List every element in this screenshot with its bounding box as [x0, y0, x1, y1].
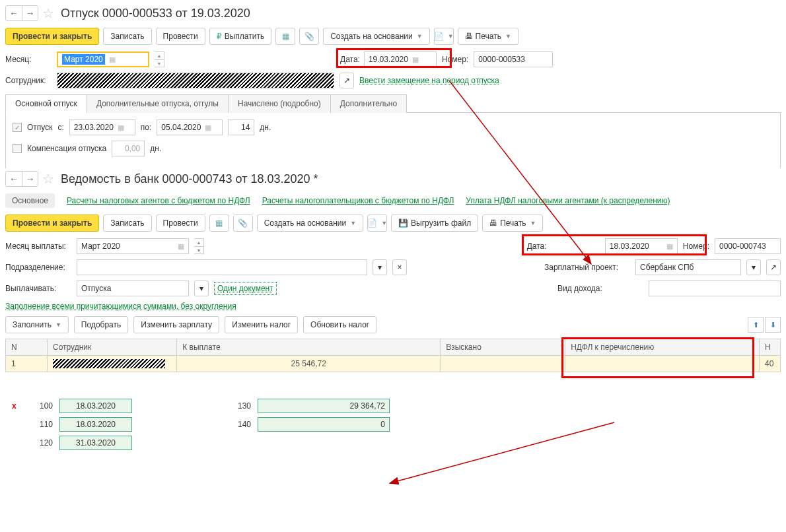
- proj-open-button[interactable]: ↗: [766, 259, 781, 275]
- proj-dropdown-button[interactable]: ▾: [746, 259, 761, 275]
- table-row[interactable]: 1 25 546,72 40: [6, 356, 781, 372]
- code-110: 110: [26, 420, 53, 429]
- basis-icon-button[interactable]: 📄▼: [434, 28, 454, 45]
- calendar-icon[interactable]: ▦: [118, 123, 124, 132]
- employee-open-button[interactable]: ↗: [339, 73, 354, 88]
- print-button[interactable]: 🖶Печать▼: [458, 28, 518, 45]
- calendar-icon[interactable]: ▦: [666, 242, 673, 251]
- days-input[interactable]: 14: [228, 119, 254, 135]
- fill-button[interactable]: Заполнить▼: [5, 316, 69, 333]
- col-n[interactable]: N: [6, 339, 48, 356]
- star-icon[interactable]: ☆: [42, 171, 54, 187]
- date-label: Дата:: [340, 55, 360, 64]
- employee-input[interactable]: [57, 73, 334, 88]
- col-collected[interactable]: Взыскано: [441, 339, 565, 356]
- vacation-checkbox[interactable]: ✓: [13, 123, 22, 132]
- pay-button[interactable]: ₽Выплатить: [209, 28, 272, 45]
- col-ndfl[interactable]: НДФЛ к перечислению: [565, 339, 760, 356]
- calendar-icon[interactable]: ▦: [178, 242, 184, 251]
- post-button[interactable]: Провести: [156, 28, 205, 45]
- update-tax-button[interactable]: Обновить налог: [303, 316, 376, 333]
- move-up-button[interactable]: ⬆: [748, 317, 764, 333]
- month-input[interactable]: Март 2020▦: [57, 51, 149, 67]
- val-110[interactable]: 18.03.2020: [59, 417, 132, 432]
- nav-link1[interactable]: Расчеты налоговых агентов с бюджетом по …: [67, 196, 250, 205]
- attach-icon-button[interactable]: 📎: [233, 215, 253, 232]
- col-topay[interactable]: К выплате: [177, 339, 441, 356]
- paymonth-spinner[interactable]: ▲▼: [194, 238, 204, 254]
- change-salary-button[interactable]: Изменить зарплату: [133, 316, 219, 333]
- save-button[interactable]: Записать: [103, 215, 151, 232]
- compensation-checkbox[interactable]: [13, 144, 22, 153]
- to-date-input[interactable]: 05.04.2020▦: [157, 119, 223, 135]
- report-icon-button[interactable]: ▦: [209, 215, 229, 232]
- comp-days-label: дн.: [150, 144, 161, 153]
- attach-icon-button[interactable]: 📎: [299, 28, 319, 45]
- basis-icon-button[interactable]: 📄▼: [367, 215, 387, 232]
- tab-additional[interactable]: Дополнительные отпуска, отгулы: [87, 94, 229, 113]
- post-close-button[interactable]: Провести и закрыть: [5, 28, 99, 45]
- nav-main[interactable]: Основное: [5, 193, 55, 208]
- delete-row-icon[interactable]: x: [12, 401, 20, 411]
- star-icon[interactable]: ☆: [42, 5, 54, 21]
- val-100[interactable]: 18.03.2020: [59, 399, 132, 413]
- pay-dropdown-button[interactable]: ▾: [194, 281, 209, 296]
- employee-label: Сотрудник:: [5, 76, 52, 85]
- create-on-button[interactable]: Создать на основании▼: [323, 28, 429, 45]
- income-input[interactable]: [649, 281, 781, 296]
- to-label: по:: [141, 123, 152, 132]
- back-button[interactable]: ←: [6, 6, 22, 20]
- val-140[interactable]: 0: [258, 417, 390, 432]
- calendar-icon[interactable]: ▦: [205, 123, 211, 132]
- forward-button[interactable]: →: [22, 6, 38, 20]
- create-on-button[interactable]: Создать на основании▼: [257, 215, 363, 232]
- val-120[interactable]: 31.03.2020: [59, 436, 132, 450]
- tab-more[interactable]: Дополнительно: [330, 94, 407, 113]
- calendar-icon[interactable]: ▦: [412, 55, 419, 64]
- nav-link2[interactable]: Расчеты налогоплательщиков с бюджетом по…: [262, 196, 454, 205]
- val-130[interactable]: 29 364,72: [258, 399, 390, 413]
- pick-button[interactable]: Подобрать: [74, 316, 128, 333]
- paymonth-input[interactable]: Март 2020▦: [77, 238, 189, 254]
- post-button[interactable]: Провести: [156, 215, 205, 232]
- doc1-date-input[interactable]: 19.03.2020▦: [364, 51, 437, 67]
- forward-button[interactable]: →: [22, 172, 38, 186]
- doc2-title: Ведомость в банк 0000-000743 от 18.03.20…: [61, 172, 318, 186]
- from-date-input[interactable]: 23.03.2020▦: [69, 119, 135, 135]
- change-tax-button[interactable]: Изменить налог: [225, 316, 298, 333]
- substitution-link[interactable]: Ввести замещение на период отпуска: [359, 76, 499, 85]
- print-button[interactable]: 🖶Печать▼: [482, 215, 543, 232]
- calendar-icon[interactable]: ▦: [109, 55, 116, 64]
- doc2-number-input[interactable]: 0000-000743: [715, 238, 781, 254]
- dept-input[interactable]: [77, 259, 367, 275]
- proj-input[interactable]: Сбербанк СПб: [635, 259, 741, 275]
- post-close-button[interactable]: Провести и закрыть: [5, 215, 99, 232]
- nav-link3[interactable]: Уплата НДФЛ налоговыми агентами (к распр…: [466, 196, 670, 205]
- save-button[interactable]: Записать: [103, 28, 151, 45]
- export-button[interactable]: 💾Выгрузить файл: [391, 215, 478, 232]
- pay-label: Выплачивать:: [5, 284, 71, 293]
- vacation-label: Отпуск: [27, 123, 52, 132]
- one-doc-link[interactable]: Один документ: [214, 282, 277, 295]
- proj-label: Зарплатный проект:: [544, 263, 630, 272]
- col-last[interactable]: Н: [760, 339, 781, 356]
- move-down-button[interactable]: ⬇: [765, 317, 781, 333]
- doc1-tabs: Основной отпуск Дополнительные отпуска, …: [5, 94, 781, 113]
- doc2-date-input[interactable]: 18.03.2020▦: [605, 238, 678, 254]
- pay-input[interactable]: Отпуска: [77, 281, 189, 296]
- disk-icon: 💾: [398, 218, 408, 228]
- dept-clear-button[interactable]: ×: [392, 259, 407, 275]
- fill-link[interactable]: Заполнение всеми причитающимися суммами,…: [5, 302, 236, 311]
- printer-icon: 🖶: [465, 32, 473, 41]
- dept-dropdown-button[interactable]: ▾: [373, 259, 387, 275]
- tab-accrued[interactable]: Начислено (подробно): [228, 94, 331, 113]
- code-120: 120: [26, 438, 53, 448]
- report-icon-button[interactable]: ▦: [275, 28, 295, 45]
- tab-main-vacation[interactable]: Основной отпуск: [5, 94, 87, 113]
- back-button[interactable]: ←: [6, 172, 22, 186]
- col-employee[interactable]: Сотрудник: [47, 339, 176, 356]
- month-spinner[interactable]: ▲▼: [155, 51, 164, 67]
- comp-value-input[interactable]: 0,00: [112, 141, 145, 156]
- payroll-table: N Сотрудник К выплате Взыскано НДФЛ к пе…: [5, 339, 781, 372]
- doc1-number-input[interactable]: 0000-000533: [474, 51, 553, 67]
